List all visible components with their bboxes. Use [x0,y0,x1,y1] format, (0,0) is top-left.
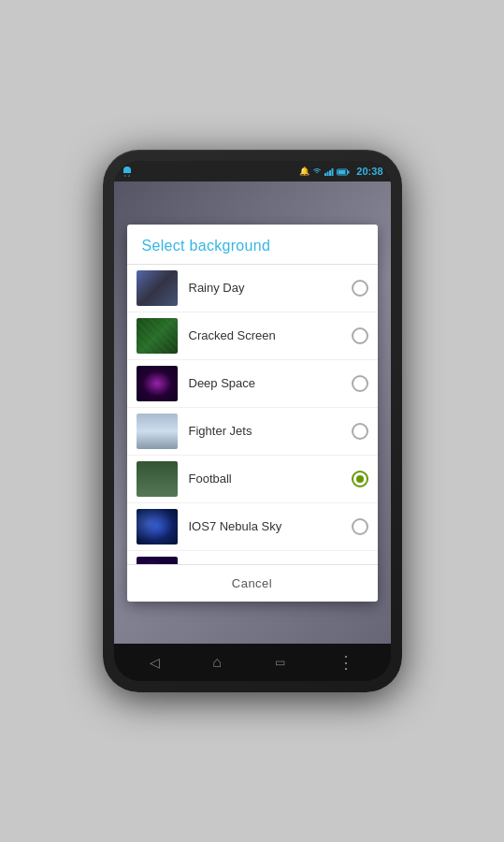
wifi-icon [312,167,322,176]
status-bar-left [122,165,135,178]
phone-frame: 🔔 [103,150,402,692]
thumb-cracked-screen [137,318,178,354]
battery-icon [337,163,350,180]
radio-football[interactable] [352,471,368,487]
alarm-icon: 🔔 [299,167,310,176]
dialog-overlay: Select background Rainy Day [114,181,391,644]
label-cracked-screen: Cracked Screen [189,328,352,342]
option-football[interactable]: Football [127,456,378,503]
thumb-fighter-jets [137,414,178,449]
select-background-dialog: Select background Rainy Day [127,225,378,602]
svg-rect-5 [338,170,346,174]
option-ios7-nebula-sky[interactable]: IOS7 Nebula Sky [127,503,378,551]
recents-button[interactable] [269,650,291,675]
svg-rect-0 [324,173,326,176]
nav-bar [114,644,391,681]
status-bar: 🔔 [114,161,391,181]
screen-content: Select background Rainy Day [114,181,391,644]
thumb-deep-space [137,366,178,401]
label-fighter-jets: Fighter Jets [189,424,352,438]
dialog-footer: Cancel [127,564,378,602]
radio-cracked-screen[interactable] [352,327,368,344]
thumb-rainy-day [137,270,178,306]
thumb-ios7-nebula-sky [137,509,178,544]
radio-ios7-nebula-sky[interactable] [352,518,368,535]
label-football: Football [189,472,352,486]
radio-fighter-jets[interactable] [352,423,368,440]
cancel-button[interactable]: Cancel [213,573,291,594]
options-list: Rainy Day Cracked Screen Deep Sp [127,265,378,564]
svg-rect-3 [332,168,334,176]
status-time: 20:38 [356,166,382,177]
option-space[interactable]: Space [127,551,378,564]
radio-deep-space[interactable] [352,375,368,392]
radio-rainy-day[interactable] [352,280,368,297]
signal-icon [324,163,334,180]
back-button[interactable] [144,649,166,675]
thumb-space [137,557,178,564]
label-deep-space: Deep Space [189,376,352,390]
status-icons: 🔔 [299,163,382,180]
label-ios7-nebula-sky: IOS7 Nebula Sky [189,519,352,533]
svg-rect-2 [329,170,331,176]
dialog-title-text: Select background [142,238,271,254]
android-icon [122,165,135,178]
radio-football-dot [356,475,364,483]
option-rainy-day[interactable]: Rainy Day [127,265,378,312]
menu-button[interactable] [332,646,360,678]
thumb-football [137,461,178,497]
option-fighter-jets[interactable]: Fighter Jets [127,408,378,456]
option-deep-space[interactable]: Deep Space [127,360,378,408]
label-rainy-day: Rainy Day [189,281,352,295]
phone-screen: 🔔 [114,161,391,681]
svg-rect-6 [348,171,350,174]
dialog-title: Select background [127,225,378,265]
option-cracked-screen[interactable]: Cracked Screen [127,312,378,360]
svg-rect-1 [327,172,329,177]
home-button[interactable] [207,648,227,676]
